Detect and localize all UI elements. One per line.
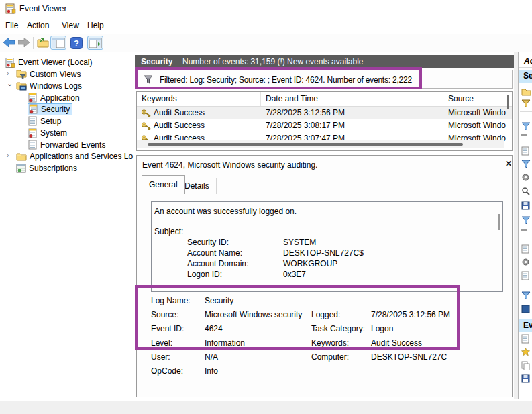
chevron-down-icon[interactable]: ⌄: [7, 79, 13, 88]
tree-item-label: Custom Views: [30, 70, 81, 79]
cell-datetime: 7/28/2025 3:08:17 PM: [266, 121, 345, 130]
clear-log-icon[interactable]: [521, 146, 529, 156]
properties-icon[interactable]: [521, 173, 530, 182]
folder-logs-icon: [16, 81, 27, 91]
subject-field-value: 0x3E7: [283, 270, 306, 279]
tree-item-security[interactable]: Security: [28, 103, 72, 115]
detail-grid-label: OpCode:: [151, 366, 183, 376]
doc-icon: [28, 116, 38, 126]
tree-item-windows-logs[interactable]: ⌄Windows Logs: [16, 80, 82, 92]
menu-view[interactable]: View: [62, 21, 79, 30]
event-description-box: An account was successfully logged on. S…: [151, 201, 503, 292]
event-list-hscrollbar-thumb[interactable]: [148, 143, 463, 146]
subject-field-label: Account Name:: [187, 248, 242, 258]
column-header-datetime[interactable]: Date and Time: [261, 92, 443, 106]
open-saved-log-icon[interactable]: [521, 87, 531, 96]
cell-source: Microsoft Windo: [448, 121, 506, 130]
tree-item-applications-and-services-lo[interactable]: ›Applications and Services Lo: [16, 150, 133, 162]
doc-icon: [28, 140, 38, 150]
subject-field-value: DESKTOP-SNL727C$: [283, 248, 364, 258]
key-icon: [141, 109, 152, 117]
tree-item-label: Setup: [40, 117, 61, 126]
tree-item-system[interactable]: System: [28, 127, 67, 139]
tree-item-label: Application: [40, 93, 80, 103]
description-vscrollbar-thumb[interactable]: [498, 214, 500, 230]
column-header-keywords[interactable]: Keywords: [137, 92, 261, 106]
cell-source: Microsoft Windo: [448, 108, 506, 117]
filter-current-log-icon[interactable]: [521, 160, 531, 168]
find-icon[interactable]: [521, 187, 530, 195]
tree-item-label: System: [40, 128, 67, 138]
help-item-icon[interactable]: [521, 271, 529, 280]
tree-item-custom-views[interactable]: ›Custom Views: [16, 68, 81, 81]
key-icon: [141, 121, 152, 130]
actions-separator: [520, 111, 532, 112]
subject-field-label: Security ID:: [187, 238, 229, 247]
actions-section-event[interactable]: Event 4624, Microsoft Windows security a…: [519, 319, 532, 332]
tree-item-label: Security: [41, 105, 70, 114]
menu-help[interactable]: Help: [87, 21, 104, 30]
help-icon[interactable]: ?: [70, 37, 83, 49]
toolbar-separator: [33, 37, 34, 49]
tab-general[interactable]: General: [142, 175, 185, 194]
save-all-events-icon[interactable]: [521, 201, 530, 210]
show-console-tree-icon[interactable]: [50, 36, 66, 50]
menu-action[interactable]: Action: [27, 21, 49, 30]
log-icon: [29, 104, 38, 114]
cell-datetime: 7/28/2025 3:12:56 PM: [266, 108, 345, 117]
tree-item-label: Event Viewer (Local): [18, 58, 93, 67]
event-list-horizontal-scrollbar[interactable]: [137, 140, 504, 148]
event-row[interactable]: Audit Success7/28/2025 3:12:56 PMMicroso…: [137, 107, 512, 119]
annotation-detail-highlight: [135, 285, 460, 350]
subject-field-label: Logon ID:: [187, 270, 222, 279]
tree-item-setup[interactable]: Setup: [28, 115, 61, 127]
menu-file[interactable]: File: [5, 21, 18, 30]
event-row[interactable]: Audit Success7/28/2025 3:08:17 PMMicroso…: [137, 119, 512, 132]
attach-task-icon[interactable]: [521, 216, 531, 225]
event-list: Keywords Date and Time Source Audit Succ…: [136, 91, 513, 151]
log-icon: [28, 128, 38, 138]
subscriptions-icon: [16, 164, 26, 173]
copy-icon[interactable]: [521, 361, 530, 370]
tree-item-label: Subscriptions: [29, 164, 77, 173]
actions-section-security[interactable]: Security: [519, 70, 532, 83]
view-icon[interactable]: [521, 244, 529, 254]
folder-icon: [16, 152, 27, 161]
actions-pane-title: Actions: [519, 55, 532, 68]
refresh-icon[interactable]: [521, 258, 530, 266]
tree-item-subscriptions[interactable]: Subscriptions: [16, 162, 77, 174]
actions-separator: [521, 229, 527, 231]
save-selected-events-icon[interactable]: [521, 374, 530, 383]
pane-subtitle: Number of events: 31,159 (!) New events …: [182, 57, 363, 66]
cell-keywords: Audit Success: [154, 108, 205, 117]
tree-item-event-viewer-local[interactable]: Event Viewer (Local): [5, 56, 93, 68]
create-custom-view-icon[interactable]: [521, 99, 531, 108]
detail-grid-label: Computer:: [311, 352, 349, 362]
column-header-source[interactable]: Source: [443, 92, 512, 106]
chevron-right-icon[interactable]: ›: [7, 70, 9, 77]
attach-task-to-event-icon[interactable]: [521, 348, 530, 356]
event-list-header: Keywords Date and Time Source: [137, 92, 512, 107]
console-tree-panel: Event Viewer (Local)›Custom Views⌄Window…: [0, 52, 131, 399]
show-action-pane-icon[interactable]: [87, 36, 103, 50]
pane-title: Security: [141, 57, 172, 66]
subject-field-value: SYSTEM: [283, 238, 316, 247]
event-properties-icon[interactable]: [521, 334, 529, 344]
tree-item-forwarded-events[interactable]: Forwarded Events: [28, 139, 105, 151]
subject-field-label: Account Domain:: [187, 259, 248, 268]
open-folder-icon[interactable]: [37, 37, 49, 48]
import-custom-view-icon[interactable]: [521, 122, 531, 131]
chevron-right-icon[interactable]: ›: [7, 152, 9, 159]
filter-icon[interactable]: [521, 291, 531, 300]
toolbar: ?: [0, 34, 532, 52]
view-menu-icon[interactable]: [521, 305, 530, 313]
forward-icon[interactable]: [18, 38, 30, 47]
event-list-vscrollbar-thumb[interactable]: [507, 95, 509, 109]
cell-keywords: Audit Success: [154, 121, 205, 130]
detail-grid-value: Info: [205, 366, 218, 376]
tree-item-application[interactable]: Application: [28, 92, 80, 104]
back-icon[interactable]: [3, 38, 15, 47]
tree-item-label: Forwarded Events: [40, 140, 105, 150]
close-icon[interactable]: ✕: [505, 159, 512, 168]
log-icon: [28, 93, 38, 103]
